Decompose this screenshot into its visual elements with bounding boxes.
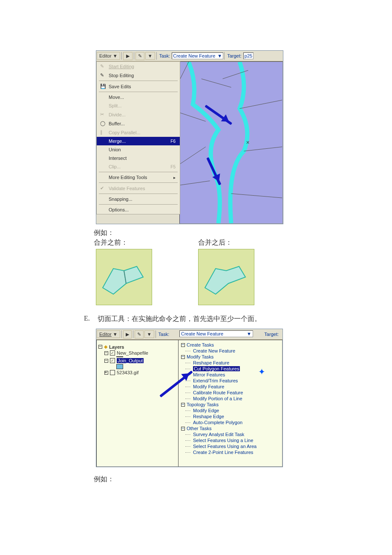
task-group-create[interactable]: Create Tasks	[181, 342, 280, 348]
pointer-tool-button[interactable]: ▶	[123, 330, 132, 338]
task-survey[interactable]: Survey Analyst Edit Task	[181, 431, 280, 437]
editor-button[interactable]: Editor ▼	[97, 52, 120, 60]
target-value[interactable]: p25	[243, 52, 254, 59]
dropdown-icon: ▼	[113, 332, 118, 337]
save-icon: 💾	[100, 84, 106, 89]
menu-separator	[99, 92, 178, 92]
task-reshape-edge[interactable]: Reshape Edge	[181, 413, 280, 419]
caption-example: 例如：	[94, 228, 392, 237]
task-reshape-feature[interactable]: Reshape Feature	[181, 360, 280, 366]
toc-layer-new-shapefile[interactable]: ✓New_Shapefile	[98, 350, 179, 356]
pencil-icon: ✎	[100, 72, 106, 78]
task-label: Task:	[157, 332, 171, 337]
sketch-dropdown-button[interactable]: ▼	[145, 52, 155, 60]
task-group-topology[interactable]: Topology Tasks	[181, 402, 280, 408]
separator	[133, 330, 133, 338]
task-value: Create New Feature	[181, 331, 223, 336]
svg-marker-5	[205, 266, 245, 294]
separator	[156, 52, 157, 60]
dropdown-icon: ▼	[247, 331, 251, 336]
figure-editor-merge: Editor ▼ ▶ ✎ ▼ Task: Create New Feature …	[96, 50, 283, 224]
shortcut-label: F5	[170, 165, 176, 169]
target-label: Target:	[225, 53, 243, 58]
menu-start-editing: ✎Start Editing	[97, 62, 180, 71]
menu-clip: Clip...F5	[97, 162, 180, 171]
editor-button-label: Editor	[99, 53, 112, 58]
shortcut-label: F6	[170, 139, 176, 144]
separator	[134, 52, 134, 60]
toc-symbol	[98, 364, 179, 370]
svg-marker-3	[124, 266, 143, 283]
task-label: Task:	[158, 53, 172, 58]
separator	[156, 330, 156, 338]
polygon-after-image	[198, 249, 254, 305]
sketch-dropdown-button[interactable]: ▼	[144, 330, 154, 338]
task-select-line[interactable]: Select Features Using a Line	[181, 437, 280, 443]
menu-stop-editing[interactable]: ✎Stop Editing	[97, 71, 180, 80]
toc-layer-gif[interactable]: 523433.gif	[98, 370, 179, 376]
caption-after-merge: 合并之后：	[198, 238, 254, 247]
caption-before-merge: 合并之前：	[94, 238, 152, 247]
task-create-new-feature[interactable]: Create New Feature	[181, 348, 280, 354]
editor-toolbar: Editor ▼ ▶ ✎ ▼ Task: Create New Feature …	[96, 51, 283, 61]
task-auto-complete[interactable]: Auto-Complete Polygon	[181, 419, 280, 425]
task-value: Create New Feature	[173, 53, 215, 58]
editor-button-label: Editor	[99, 332, 112, 337]
task-create-2point[interactable]: Create 2-Point Line Features	[181, 449, 280, 455]
parallel-icon: ∥	[100, 130, 106, 135]
figure-editor-cut-polygon: Editor ▼ ▶ ✎ ▼ Task: Target: Create New …	[96, 329, 283, 467]
menu-merge[interactable]: Merge...F6	[97, 137, 180, 145]
table-of-contents: ◆Layers ✓New_Shapefile ✓Join_Output 5234…	[96, 340, 182, 467]
target-label: Target:	[262, 332, 280, 337]
editor-button[interactable]: Editor ▼	[97, 330, 120, 338]
checkbox-icon[interactable]: ✓	[110, 350, 115, 356]
pencil-icon: ✎	[100, 64, 106, 69]
svg-marker-2	[103, 269, 126, 294]
menu-separator	[99, 204, 178, 205]
editor-dropdown-menu: ✎Start Editing ✎Stop Editing 💾Save Edits…	[96, 61, 180, 214]
layers-icon: ◆	[104, 344, 107, 350]
menu-buffer[interactable]: ◯Buffer...	[97, 119, 180, 128]
task-dropdown[interactable]: Create New Feature ▼	[172, 52, 223, 59]
polygon-before-image	[96, 249, 152, 305]
menu-snapping[interactable]: Snapping...	[97, 195, 180, 203]
task-modify-portion[interactable]: Modify Portion of a Line	[181, 396, 280, 402]
map-canvas[interactable]: ×	[179, 61, 283, 224]
checkbox-icon[interactable]: ✓	[110, 358, 115, 363]
menu-move[interactable]: Move...	[97, 93, 180, 101]
menu-more-tools[interactable]: More Editing Tools▸	[97, 173, 180, 182]
menu-divide: ✂Divide...	[97, 110, 180, 119]
submenu-arrow-icon: ▸	[173, 175, 176, 180]
menu-options[interactable]: Options...	[97, 205, 180, 214]
task-modify-edge[interactable]: Modify Edge	[181, 408, 280, 413]
task-calibrate[interactable]: Calibrate Route Feature	[181, 390, 280, 396]
task-modify-feature[interactable]: Modify Feature	[181, 384, 280, 390]
menu-separator	[99, 194, 178, 194]
sketch-tool-button[interactable]: ✎	[135, 52, 144, 60]
menu-intersect[interactable]: Intersect	[97, 154, 180, 162]
sketch-tool-button[interactable]: ✎	[135, 330, 144, 338]
separator	[224, 52, 225, 60]
task-group-other[interactable]: Other Tasks	[181, 425, 280, 431]
menu-separator	[99, 172, 178, 172]
section-text: 切面工具：在实施此命令之前，首先选中至少一个面。	[98, 315, 261, 324]
divide-icon: ✂	[100, 112, 106, 117]
toc-layers-root[interactable]: ◆Layers	[98, 344, 179, 350]
menu-union[interactable]: Union	[97, 145, 180, 154]
task-dropdown[interactable]: Create New Feature ▼	[179, 330, 253, 337]
menu-validate: ✔Validate Features	[97, 184, 180, 193]
task-tree-panel: Create Tasks Create New Feature Modify T…	[178, 340, 282, 467]
task-select-area[interactable]: Select Features Using an Area	[181, 443, 280, 449]
task-group-modify[interactable]: Modify Tasks	[181, 354, 280, 360]
menu-separator	[99, 81, 178, 81]
checkbox-icon[interactable]	[110, 370, 115, 375]
pointer-tool-button[interactable]: ▶	[123, 52, 133, 60]
menu-split: Split...	[97, 101, 180, 110]
map-svg: ×	[180, 62, 282, 223]
section-label: E.	[84, 315, 98, 324]
separator	[121, 52, 122, 60]
menu-save-edits[interactable]: 💾Save Edits	[97, 82, 180, 91]
toc-layer-join-output[interactable]: ✓Join_Output	[98, 358, 179, 364]
task-extend-trim[interactable]: Extend/Trim Features	[181, 378, 280, 384]
dropdown-icon: ▼	[113, 53, 118, 58]
